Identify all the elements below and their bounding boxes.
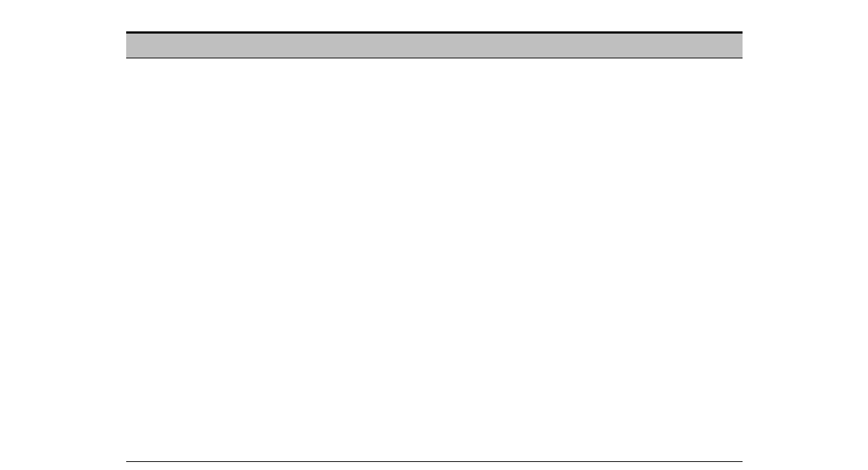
table-header-row bbox=[126, 31, 743, 58]
table-body bbox=[126, 58, 743, 462]
document-container bbox=[126, 31, 743, 462]
